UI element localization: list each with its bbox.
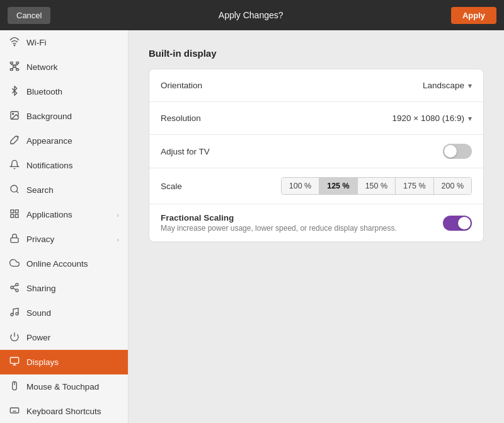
sidebar-item-label: Applications (26, 210, 72, 219)
sidebar-item-label: Mouse & Touchpad (26, 382, 99, 391)
sidebar-item-appearance[interactable]: Appearance (0, 129, 128, 153)
image-icon (9, 110, 20, 122)
svg-point-12 (13, 113, 14, 115)
section-title: Built-in display (149, 48, 484, 59)
sidebar-item-background[interactable]: Background (0, 104, 128, 129)
svg-line-10 (14, 67, 18, 69)
orientation-dropdown[interactable]: Landscape▾ (423, 81, 472, 90)
topbar-title: Apply Changes? (219, 10, 284, 20)
network-icon (9, 61, 20, 73)
row-label: Orientation (161, 81, 423, 90)
sidebar-item-keyboard[interactable]: Keyboard Shortcuts (0, 399, 128, 423)
brush-icon (9, 135, 20, 147)
svg-line-24 (13, 285, 16, 287)
settings-row-orientation: OrientationLandscape▾ (149, 69, 483, 102)
chevron-right-icon: › (117, 236, 119, 243)
music-icon (9, 307, 20, 319)
main-layout: Wi-FiNetworkBluetoothBackgroundAppearanc… (0, 30, 504, 423)
power-icon (9, 332, 20, 344)
sidebar-item-sound[interactable]: Sound (0, 301, 128, 325)
svg-rect-33 (10, 408, 18, 413)
resolution-dropdown[interactable]: 1920 × 1080 (16:9)▾ (392, 113, 472, 123)
sidebar-item-search[interactable]: Search (0, 178, 128, 202)
svg-rect-19 (11, 238, 18, 242)
keyboard-icon (9, 405, 20, 417)
display-icon (9, 356, 20, 368)
sidebar-item-mouse-touchpad[interactable]: Mouse & Touchpad (0, 374, 128, 399)
sidebar-item-label: Bluetooth (26, 87, 62, 96)
cancel-button[interactable]: Cancel (8, 7, 50, 24)
chevron-down-icon: ▾ (468, 81, 472, 90)
settings-row-scale: Scale100 %125 %150 %175 %200 % (149, 168, 483, 204)
sidebar-item-network[interactable]: Network (0, 55, 128, 79)
search-icon (9, 184, 20, 196)
chevron-right-icon: › (117, 211, 119, 219)
sidebar: Wi-FiNetworkBluetoothBackgroundAppearanc… (0, 30, 129, 423)
wifi-icon (9, 37, 20, 49)
svg-rect-17 (11, 214, 14, 217)
sidebar-item-label: Search (26, 185, 54, 195)
row-label: Scale (161, 182, 281, 191)
sidebar-item-label: Network (26, 62, 58, 72)
svg-point-20 (16, 283, 18, 286)
sidebar-item-label: Privacy (26, 235, 54, 244)
scale-btn-150%[interactable]: 150 % (358, 178, 396, 194)
sidebar-item-label: Online Accounts (26, 259, 88, 269)
settings-card: OrientationLandscape▾Resolution1920 × 10… (149, 69, 484, 242)
svg-point-13 (11, 185, 18, 192)
row-label: Resolution (161, 113, 392, 123)
svg-rect-18 (15, 214, 18, 217)
scale-btn-200%[interactable]: 200 % (434, 178, 471, 194)
svg-line-23 (13, 288, 16, 290)
settings-row-fractional-scaling: Fractional ScalingMay increase power usa… (149, 204, 483, 241)
fractional-scaling-toggle[interactable] (443, 216, 472, 231)
svg-point-22 (16, 289, 18, 292)
scale-btn-125%[interactable]: 125 % (319, 178, 357, 194)
settings-row-resolution: Resolution1920 × 1080 (16:9)▾ (149, 102, 483, 135)
sidebar-item-sharing[interactable]: Sharing (0, 276, 128, 301)
settings-row-adjust-tv: Adjust for TV (149, 135, 483, 168)
sidebar-item-applications[interactable]: Applications› (0, 202, 128, 227)
share-icon (9, 282, 20, 294)
sidebar-item-label: Notifications (26, 161, 73, 170)
sidebar-item-displays[interactable]: Displays (0, 350, 128, 374)
sidebar-item-label: Sound (26, 308, 51, 318)
svg-rect-28 (10, 357, 18, 363)
chevron-down-icon: ▾ (468, 114, 472, 123)
scale-btn-100%[interactable]: 100 % (282, 178, 319, 194)
resolution-value: 1920 × 1080 (16:9) (392, 113, 464, 123)
sidebar-item-online-accounts[interactable]: Online Accounts (0, 252, 128, 276)
svg-rect-5 (16, 69, 19, 71)
row-label: Adjust for TV (161, 147, 443, 156)
sidebar-item-label: Keyboard Shortcuts (26, 407, 101, 416)
svg-rect-15 (11, 210, 14, 213)
sidebar-item-label: Wi-Fi (26, 38, 46, 47)
svg-line-9 (11, 67, 14, 69)
svg-rect-4 (10, 69, 13, 71)
svg-point-21 (11, 286, 13, 289)
svg-rect-3 (13, 66, 16, 67)
svg-point-26 (16, 313, 18, 315)
sidebar-item-bluetooth[interactable]: Bluetooth (0, 79, 128, 104)
sidebar-item-label: Sharing (26, 284, 56, 293)
topbar: Cancel Apply Changes? Apply (0, 0, 504, 30)
svg-point-25 (11, 313, 13, 316)
sidebar-item-label: Displays (26, 357, 59, 367)
sidebar-item-power[interactable]: Power (0, 325, 128, 350)
bluetooth-icon (9, 86, 20, 98)
adjust-tv-toggle[interactable] (443, 144, 472, 159)
scale-group: 100 %125 %150 %175 %200 % (281, 177, 472, 195)
grid-icon (9, 209, 20, 221)
row-label: Fractional ScalingMay increase power usa… (161, 213, 443, 233)
sidebar-item-label: Background (26, 112, 72, 121)
svg-point-0 (14, 45, 14, 45)
scale-btn-175%[interactable]: 175 % (396, 178, 433, 194)
bell-icon (9, 159, 20, 171)
svg-rect-16 (15, 210, 18, 213)
sidebar-item-label: Power (26, 333, 50, 342)
sidebar-item-notifications[interactable]: Notifications (0, 153, 128, 178)
svg-line-14 (16, 191, 18, 193)
sidebar-item-privacy[interactable]: Privacy› (0, 227, 128, 252)
sidebar-item-wifi[interactable]: Wi-Fi (0, 30, 128, 55)
apply-button[interactable]: Apply (451, 7, 496, 24)
